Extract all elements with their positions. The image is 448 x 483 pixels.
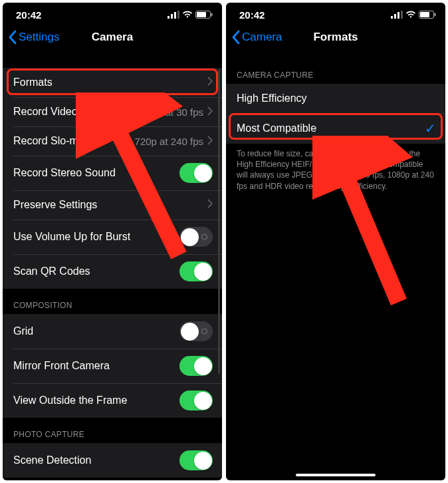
svg-rect-3 bbox=[177, 11, 179, 19]
grid-label: Grid bbox=[13, 325, 33, 337]
grid-row: Grid bbox=[3, 314, 222, 349]
cellular-icon bbox=[391, 11, 403, 19]
outside-toggle[interactable] bbox=[179, 391, 213, 410]
chevron-left-icon bbox=[231, 30, 241, 45]
mirror-toggle[interactable] bbox=[179, 356, 213, 376]
svg-rect-10 bbox=[394, 14, 396, 19]
outside-label: View Outside the Frame bbox=[13, 395, 127, 406]
formats-group: High Efficiency Most Compatible ✓ bbox=[226, 84, 445, 144]
composition-header: Composition bbox=[3, 289, 222, 314]
wifi-icon bbox=[182, 11, 193, 19]
status-icons bbox=[168, 11, 213, 19]
svg-rect-9 bbox=[391, 16, 393, 19]
svg-rect-1 bbox=[171, 14, 173, 19]
chevron-right-icon bbox=[207, 106, 213, 118]
back-label: Camera bbox=[242, 31, 282, 44]
qr-toggle[interactable] bbox=[179, 261, 213, 281]
most-compatible-row[interactable]: Most Compatible ✓ bbox=[226, 113, 445, 144]
clock: 20:42 bbox=[239, 9, 265, 21]
mirror-row: Mirror Front Camera bbox=[3, 349, 222, 383]
camera-group: Formats Record Video 4K at 30 fps Record… bbox=[3, 68, 222, 289]
record-video-detail: 4K at 30 fps bbox=[150, 106, 213, 118]
qr-label: Scan QR Codes bbox=[13, 265, 90, 277]
nav-bar: Camera Formats bbox=[226, 23, 445, 52]
preserve-label: Preserve Settings bbox=[13, 199, 97, 211]
high-efficiency-row[interactable]: High Efficiency bbox=[226, 84, 445, 113]
nav-bar: Settings Camera bbox=[3, 23, 222, 52]
cellular-icon bbox=[168, 11, 179, 19]
composition-group: Grid Mirror Front Camera View Outside th… bbox=[3, 314, 222, 418]
battery-icon bbox=[195, 11, 213, 19]
svg-rect-11 bbox=[397, 12, 399, 19]
stereo-toggle[interactable] bbox=[179, 163, 213, 183]
scroll-indicator[interactable] bbox=[218, 69, 220, 374]
svg-rect-6 bbox=[211, 13, 213, 17]
qr-row: Scan QR Codes bbox=[3, 254, 222, 289]
status-icons bbox=[391, 11, 436, 19]
svg-rect-0 bbox=[168, 16, 169, 19]
stereo-label: Record Stereo Sound bbox=[13, 167, 116, 179]
svg-rect-5 bbox=[197, 12, 206, 17]
chevron-right-icon bbox=[207, 199, 213, 211]
most-compatible-label: Most Compatible bbox=[237, 122, 316, 134]
mirror-label: Mirror Front Camera bbox=[13, 360, 110, 372]
record-slomo-detail: 720p at 240 fps bbox=[135, 136, 213, 147]
battery-icon bbox=[419, 11, 436, 19]
home-indicator[interactable] bbox=[296, 474, 376, 476]
formats-row[interactable]: Formats bbox=[3, 68, 222, 97]
svg-rect-12 bbox=[401, 11, 403, 19]
scene-label: Scene Detection bbox=[13, 454, 91, 466]
high-efficiency-label: High Efficiency bbox=[237, 92, 307, 104]
camera-capture-header: Camera Capture bbox=[226, 52, 445, 84]
grid-toggle[interactable] bbox=[179, 321, 213, 341]
record-video-row[interactable]: Record Video 4K at 30 fps bbox=[3, 97, 222, 126]
scene-row: Scene Detection bbox=[3, 443, 222, 478]
checkmark-icon: ✓ bbox=[425, 120, 436, 136]
volume-burst-label: Use Volume Up for Burst bbox=[13, 231, 130, 243]
status-bar: 20:42 bbox=[3, 3, 222, 23]
formats-label: Formats bbox=[13, 77, 53, 88]
back-label: Settings bbox=[19, 31, 59, 44]
volume-burst-toggle[interactable] bbox=[179, 227, 213, 247]
back-button[interactable]: Settings bbox=[8, 30, 59, 45]
svg-rect-2 bbox=[174, 12, 176, 19]
status-bar: 20:42 bbox=[226, 3, 445, 23]
record-video-label: Record Video bbox=[13, 106, 78, 118]
formats-footer: To reduce file size, capture photos and … bbox=[226, 144, 445, 201]
camera-settings-screen: 20:42 Settings Camera Formats Record Vid… bbox=[3, 3, 222, 480]
photo-capture-header: Photo Capture bbox=[3, 418, 222, 443]
stereo-row: Record Stereo Sound bbox=[3, 156, 222, 190]
record-slomo-label: Record Slo-mo bbox=[13, 135, 84, 147]
photo-capture-group: Scene Detection bbox=[3, 443, 222, 478]
formats-screen: 20:42 Camera Formats Camera Capture High… bbox=[226, 3, 445, 480]
svg-rect-15 bbox=[435, 13, 436, 17]
record-slomo-row[interactable]: Record Slo-mo 720p at 240 fps bbox=[3, 126, 222, 156]
clock: 20:42 bbox=[16, 9, 41, 21]
svg-rect-14 bbox=[420, 12, 429, 17]
chevron-right-icon bbox=[207, 136, 213, 147]
chevron-right-icon bbox=[207, 77, 213, 88]
scene-footer: Automatically improve photos of various … bbox=[3, 478, 222, 480]
scene-toggle[interactable] bbox=[179, 450, 213, 470]
preserve-row[interactable]: Preserve Settings bbox=[3, 190, 222, 220]
chevron-left-icon bbox=[8, 30, 17, 45]
back-button[interactable]: Camera bbox=[231, 30, 282, 45]
wifi-icon bbox=[405, 11, 416, 19]
outside-row: View Outside the Frame bbox=[3, 383, 222, 418]
volume-burst-row: Use Volume Up for Burst bbox=[3, 220, 222, 254]
